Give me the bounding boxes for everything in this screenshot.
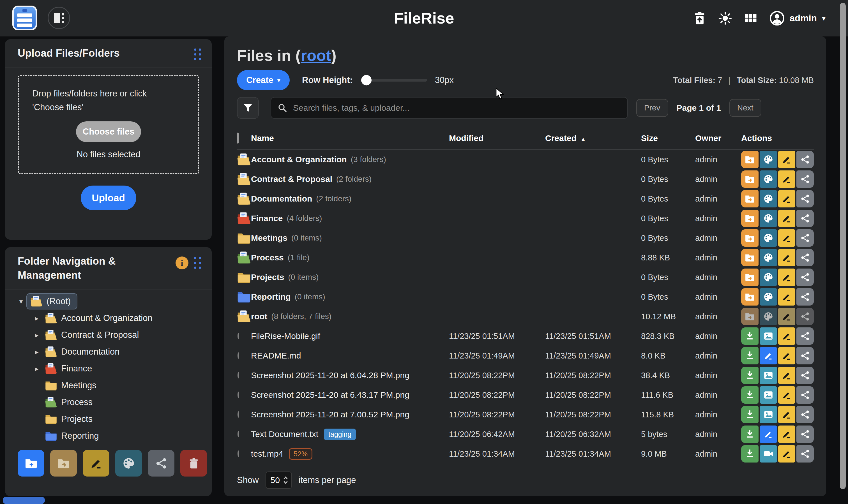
open-folder-button[interactable] (741, 151, 759, 168)
root-breadcrumb-link[interactable]: root (301, 47, 331, 64)
share-file-button[interactable] (796, 367, 814, 384)
rename-file-button[interactable] (778, 347, 796, 364)
create-button[interactable]: Create▾ (237, 70, 290, 90)
preview-image-button[interactable] (760, 406, 777, 423)
play-video-button[interactable] (760, 445, 777, 463)
folder-color-button[interactable] (760, 269, 777, 286)
folder-color-button[interactable] (760, 308, 777, 325)
download-button[interactable] (741, 367, 759, 384)
share-folder-button[interactable] (796, 308, 814, 325)
caret-icon[interactable]: ▸ (31, 314, 42, 322)
info-icon[interactable]: i (176, 256, 189, 269)
file-dropzone[interactable]: Drop files/folders here or click 'Choose… (18, 75, 199, 174)
column-header-modified[interactable]: Modified (449, 133, 545, 143)
open-folder-button[interactable] (741, 190, 759, 208)
folder-name[interactable]: Account & Organization (251, 155, 347, 164)
open-folder-button[interactable] (741, 210, 759, 227)
caret-icon[interactable]: ▸ (31, 365, 42, 373)
share-folder-button[interactable] (148, 450, 174, 476)
folder-tree-item[interactable]: Process (16, 394, 206, 411)
open-folder-button[interactable] (741, 229, 759, 247)
share-file-button[interactable] (796, 445, 814, 463)
folder-color-button[interactable] (760, 229, 777, 247)
folder-row[interactable]: Meetings(0 items) 0 Bytes admin (237, 228, 814, 248)
preview-image-button[interactable] (760, 386, 777, 404)
rename-file-button[interactable] (778, 426, 796, 443)
theme-toggle-button[interactable] (719, 12, 732, 25)
folder-row[interactable]: Projects(0 items) 0 Bytes admin (237, 267, 814, 287)
folder-tree-item[interactable]: Meetings (16, 377, 206, 394)
file-row[interactable]: FileRise-Mobile.gif 11/23/25 01:51AM 11/… (237, 326, 814, 346)
create-folder-button[interactable] (18, 450, 44, 476)
share-folder-button[interactable] (796, 151, 814, 168)
open-folder-button[interactable] (741, 269, 759, 286)
folder-color-button[interactable] (760, 170, 777, 188)
delete-folder-button[interactable] (180, 450, 207, 476)
download-button[interactable] (741, 386, 759, 404)
column-header-owner[interactable]: Owner (695, 133, 741, 143)
folder-name[interactable]: Projects (251, 272, 284, 282)
edit-file-button[interactable] (760, 347, 777, 364)
rename-folder-button[interactable] (83, 450, 109, 476)
next-page-button[interactable]: Next (729, 99, 761, 117)
column-header-created[interactable]: Created▲ (545, 133, 641, 143)
file-name[interactable]: FileRise-Mobile.gif (251, 331, 320, 341)
share-folder-button[interactable] (796, 210, 814, 227)
folder-name[interactable]: Documentation (251, 194, 312, 203)
column-header-size[interactable]: Size (641, 133, 695, 143)
folder-tree-item[interactable]: ▸ (16, 343, 206, 360)
preview-image-button[interactable] (760, 367, 777, 384)
folder-name[interactable]: Process (251, 253, 284, 263)
caret-icon[interactable]: ▾ (16, 298, 26, 306)
app-logo[interactable] (12, 6, 37, 30)
share-folder-button[interactable] (796, 269, 814, 286)
row-height-slider[interactable] (361, 79, 427, 82)
items-per-page-select[interactable]: 50 (266, 471, 292, 489)
file-name[interactable]: test.mp4 (251, 449, 283, 458)
folder-color-button[interactable] (760, 288, 777, 306)
move-folder-button[interactable] (50, 450, 77, 476)
caret-icon[interactable]: ▸ (31, 331, 42, 339)
file-name[interactable]: Screenshot 2025-11-20 at 7.00.52 PM.png (251, 410, 409, 419)
rename-file-button[interactable] (778, 406, 796, 423)
edit-file-button[interactable] (760, 426, 777, 443)
share-folder-button[interactable] (796, 288, 814, 306)
caret-icon[interactable]: ▸ (31, 348, 42, 356)
rename-folder-button[interactable] (778, 249, 796, 266)
share-folder-button[interactable] (796, 249, 814, 266)
folder-name[interactable]: Finance (251, 214, 283, 223)
select-all-checkbox[interactable] (237, 132, 238, 144)
row-checkbox[interactable] (237, 450, 239, 457)
slider-thumb[interactable] (361, 75, 372, 86)
download-button[interactable] (741, 406, 759, 423)
share-folder-button[interactable] (796, 229, 814, 247)
folder-row[interactable]: Account & Organization(3 folders) 0 Byte… (237, 150, 814, 169)
apps-grid-button[interactable] (744, 12, 757, 25)
rename-folder-button[interactable] (778, 151, 796, 168)
download-button[interactable] (741, 426, 759, 443)
folder-name[interactable]: Contract & Proposal (251, 174, 332, 184)
share-folder-button[interactable] (796, 190, 814, 208)
rename-file-button[interactable] (778, 386, 796, 404)
open-folder-button[interactable] (741, 288, 759, 306)
download-button[interactable] (741, 445, 759, 463)
folder-tree-item[interactable]: Reporting (16, 428, 206, 444)
user-menu[interactable]: admin ▾ (770, 11, 826, 26)
rename-folder-button[interactable] (778, 210, 796, 227)
rename-folder-button[interactable] (778, 308, 796, 325)
rename-folder-button[interactable] (778, 229, 796, 247)
folder-row[interactable]: root(8 folders, 7 files) 10.12 MB admin (237, 307, 814, 326)
rename-file-button[interactable] (778, 367, 796, 384)
folder-color-button[interactable] (760, 190, 777, 208)
rename-file-button[interactable] (778, 327, 796, 345)
rename-folder-button[interactable] (778, 170, 796, 188)
folder-color-button[interactable] (115, 450, 142, 476)
drag-handle-icon[interactable] (194, 257, 201, 269)
rename-folder-button[interactable] (778, 190, 796, 208)
trash-restore-button[interactable] (693, 12, 706, 25)
open-folder-button[interactable] (741, 170, 759, 188)
row-checkbox[interactable] (237, 352, 239, 359)
share-file-button[interactable] (796, 406, 814, 423)
share-file-button[interactable] (796, 386, 814, 404)
row-checkbox[interactable] (237, 431, 239, 437)
